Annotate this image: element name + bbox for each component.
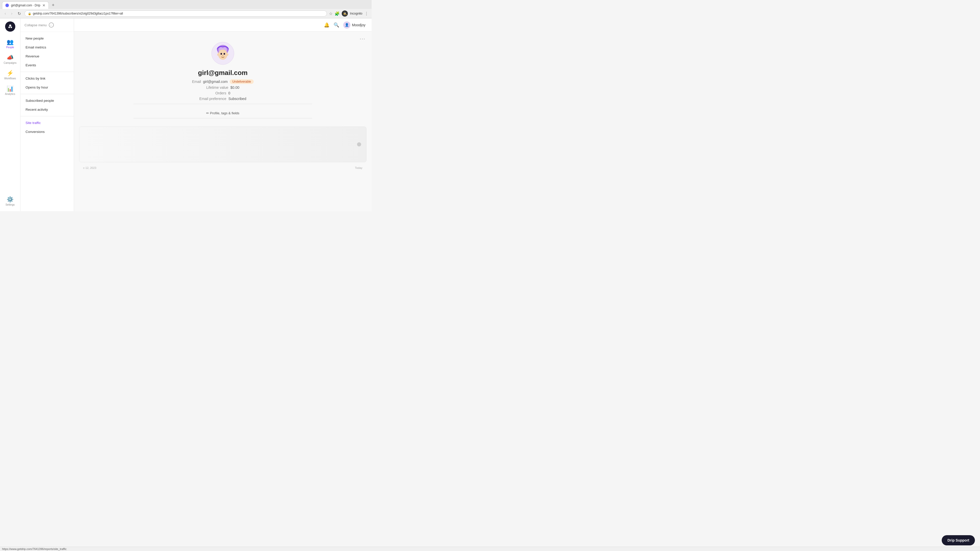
back-button[interactable]: ‹ (3, 11, 7, 16)
new-tab-button[interactable]: + (50, 2, 57, 9)
profile-tags-text: ✏ Profile, tags & fields (206, 111, 239, 115)
menu-button[interactable]: ⋮ (364, 11, 369, 16)
lock-icon: 🔒 (28, 12, 32, 15)
sub-menu-site-traffic[interactable]: Site traffic (21, 118, 74, 127)
user-menu[interactable]: 👤 Moodjoy (343, 21, 366, 29)
sub-menu-events[interactable]: Events (21, 61, 74, 70)
user-avatar: 👤 (343, 21, 350, 29)
active-tab[interactable]: 🌀 girl@gmail.com · Drip ✕ (2, 2, 49, 9)
sidebar-item-campaigns[interactable]: 📣 Campaigns (2, 52, 19, 67)
svg-point-1 (8, 27, 10, 28)
chart-date-bar: c 12, 2023 Today (79, 165, 366, 170)
refresh-button[interactable]: ↻ (16, 11, 22, 17)
chart-date-end: Today (355, 166, 363, 169)
svg-point-0 (9, 24, 11, 27)
workflows-icon: ⚡ (6, 70, 14, 76)
svg-point-8 (224, 53, 225, 55)
svg-point-6 (218, 49, 228, 60)
undeliverable-badge: Undeliverable (230, 79, 253, 84)
email-label: Email (192, 79, 201, 84)
email-value: girl@gmail.com (203, 79, 228, 84)
email-row: Email girl@gmail.com Undeliverable (192, 79, 253, 84)
more-options-button[interactable]: ··· (360, 36, 366, 41)
profile-tags-link[interactable]: ✏ Profile, tags & fields (206, 111, 239, 115)
sub-menu-clicks-by-link[interactable]: Clicks by link (21, 74, 74, 83)
bookmark-button[interactable]: ☆ (329, 11, 332, 16)
icon-sidebar: 👥 People 📣 Campaigns ⚡ Workflows 📊 Analy… (0, 18, 21, 211)
people-label: People (6, 46, 14, 49)
nav-actions: ☆ 🧩 🕵 Incognito ⋮ (329, 11, 369, 17)
lifetime-value-row: Lifetime value $0.00 (206, 86, 239, 89)
sub-menu-section-3: Subscribed people Recent activity (21, 94, 74, 116)
tab-favicon: 🌀 (5, 3, 9, 7)
forward-button[interactable]: › (10, 11, 14, 16)
email-preference-label: Email preference (199, 97, 226, 101)
campaigns-icon: 📣 (6, 55, 14, 60)
orders-row: Orders 0 (215, 91, 231, 95)
sub-menu-subscribed-people[interactable]: Subscribed people (21, 96, 74, 105)
sidebar-item-workflows[interactable]: ⚡ Workflows (2, 68, 19, 83)
browser-chrome: 🌀 girl@gmail.com · Drip ✕ + ‹ › ↻ 🔒 getd… (0, 0, 372, 18)
profile-email: girl@gmail.com (198, 69, 248, 77)
notification-icon[interactable]: 🔔 (324, 22, 329, 28)
sub-menu-section-4: Site traffic Conversions (21, 116, 74, 138)
workflows-label: Workflows (4, 77, 16, 80)
main-content: 🔔 🔍 👤 Moodjoy ··· (74, 18, 372, 211)
sub-menu-conversions[interactable]: Conversions (21, 127, 74, 136)
settings-icon: ⚙️ (6, 197, 14, 202)
svg-point-7 (221, 53, 222, 55)
profile-divider (134, 104, 312, 104)
svg-point-10 (217, 53, 219, 56)
lifetime-value-label: Lifetime value (206, 86, 228, 89)
email-preference-row: Email preference Subscribed (199, 97, 246, 101)
sub-menu-new-people[interactable]: New people (21, 34, 74, 43)
incognito-label: Incognito (350, 12, 363, 15)
sidebar-item-people[interactable]: 👥 People (2, 37, 19, 51)
address-text: getdrip.com/7641396/subscribers/xi2otg02… (33, 12, 123, 15)
chart-container (79, 127, 366, 162)
campaigns-label: Campaigns (3, 62, 17, 64)
orders-value: 0 (228, 91, 231, 95)
sidebar-item-analytics[interactable]: 📊 Analytics (2, 83, 19, 98)
sub-menu-revenue[interactable]: Revenue (21, 52, 74, 61)
sub-sidebar: Collapse menu ← New people Email metrics… (21, 18, 74, 211)
sidebar-item-settings[interactable]: ⚙️ Settings (2, 194, 19, 209)
sub-menu-section-2: Clicks by link Opens by hour (21, 72, 74, 94)
tab-bar: 🌀 girl@gmail.com · Drip ✕ + (0, 0, 372, 9)
tab-title: girl@gmail.com · Drip (11, 3, 40, 7)
sub-menu-email-metrics[interactable]: Email metrics (21, 43, 74, 52)
svg-point-9 (222, 56, 224, 56)
tab-close-button[interactable]: ✕ (42, 3, 45, 7)
profile-meta: Email girl@gmail.com Undeliverable Lifet… (192, 79, 253, 101)
svg-point-11 (226, 53, 228, 56)
analytics-label: Analytics (5, 93, 15, 95)
lifetime-value: $0.00 (231, 86, 239, 89)
nav-bar: ‹ › ↻ 🔒 getdrip.com/7641396/subscribers/… (0, 9, 372, 18)
chart-date-start: c 12, 2023 (83, 166, 96, 169)
analytics-icon: 📊 (6, 86, 14, 92)
people-icon: 👥 (6, 39, 14, 45)
profile-avatar (211, 42, 234, 65)
incognito-badge: 🕵 (342, 11, 348, 17)
brand-logo (5, 21, 15, 32)
app-container: 👥 People 📣 Campaigns ⚡ Workflows 📊 Analy… (0, 18, 372, 211)
timeline-dot (357, 142, 361, 146)
sub-menu-recent-activity[interactable]: Recent activity (21, 105, 74, 114)
collapse-menu-button[interactable]: Collapse menu ← (21, 18, 74, 32)
user-name: Moodjoy (352, 23, 366, 27)
address-bar[interactable]: 🔒 getdrip.com/7641396/subscribers/xi2otg… (24, 11, 327, 17)
top-bar: 🔔 🔍 👤 Moodjoy (74, 18, 372, 32)
svg-point-2 (11, 27, 12, 28)
profile-button[interactable]: 🕵 (342, 11, 348, 17)
email-preference-value: Subscribed (228, 97, 246, 101)
sub-menu-section-1: New people Email metrics Revenue Events (21, 32, 74, 72)
profile-area: girl@gmail.com Email girl@gmail.com Unde… (74, 32, 372, 127)
collapse-menu-label: Collapse menu (24, 23, 47, 27)
extensions-button[interactable]: 🧩 (334, 11, 340, 16)
settings-label: Settings (5, 203, 14, 206)
chart-section: c 12, 2023 Today (74, 127, 372, 176)
orders-label: Orders (215, 91, 226, 95)
collapse-icon: ← (49, 22, 54, 27)
sub-menu-opens-by-hour[interactable]: Opens by hour (21, 83, 74, 92)
search-icon[interactable]: 🔍 (334, 22, 339, 28)
